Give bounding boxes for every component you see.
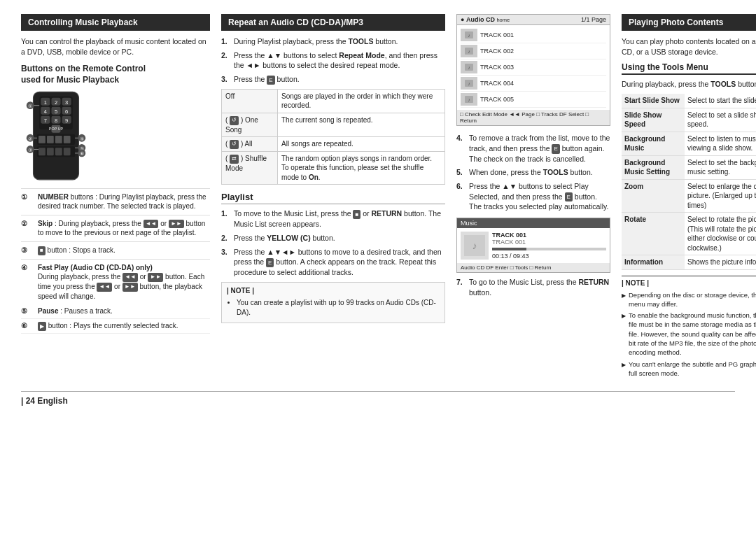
audio-cd-screen: ● Audio CD home 1/1 Page ♪ TRACK 001 ♪ [456,14,610,126]
svg-text:②: ② [28,136,32,141]
repeat-row-off: Off Songs are played in the order in whi… [222,89,445,113]
tools-row-bg-music: Background Music Select to listen to mus… [622,132,756,155]
tools-table: Start Slide Show Select to start the sli… [622,94,756,270]
page-number: | 24 English [21,396,68,406]
acd-row-3: ♪ TRACK 003 [461,59,606,76]
svg-text:⑥: ⑥ [80,151,84,156]
col1-intro: You can control the playback of music co… [21,36,210,57]
music-icon-1: ♪ [461,29,477,41]
col2-section-label: Repeat an Audio CD (CD-DA)/MP3 [228,17,363,27]
svg-text:♪: ♪ [468,97,470,102]
svg-text:2: 2 [55,99,57,105]
col4-section-header: Playing Photo Contents [622,14,756,31]
col3-step-5: 5. When done, press the TOOLS button. [456,167,610,178]
svg-text:①: ① [28,103,32,108]
playlist-step-2: 2. Press the YELLOW (C) button. [221,233,445,243]
remote-image: 1 2 3 4 5 6 7 8 9 POP UP [21,90,91,181]
svg-text:3: 3 [65,99,68,105]
section-header-music: Controlling Music Playback [21,14,210,31]
music-icon-3: ♪ [461,61,477,73]
column-3: ● Audio CD home 1/1 Page ♪ TRACK 001 ♪ [456,14,610,380]
column-1: Controlling Music Playback You can contr… [21,14,210,380]
tools-row-zoom: Zoom Select to enlarge the current pictu… [622,179,756,213]
repeat-steps-list: 1. During Playlist playback, press the T… [221,36,445,85]
svg-text:♪: ♪ [468,81,470,86]
buttons-heading: Buttons on the Remote Control used for M… [21,64,210,85]
svg-rect-24 [47,136,54,143]
col3-step-4: 4. To remove a track from the list, move… [456,133,610,164]
col2-note-item-1: You can create a playlist with up to 99 … [237,298,440,318]
track-name-2: TRACK 001 [492,239,606,246]
col3-step-6: 6. Press the ▲▼ buttons to select Play S… [456,181,610,212]
col4-intro: You can play photo contents located on a… [622,36,756,57]
section-header-music-label: Controlling Music Playback [28,17,138,27]
acd-row-2: ♪ TRACK 002 [461,43,606,59]
tools-row-information: Information Shows the picture informatio… [622,255,756,270]
music-screen-info: TRACK 001 TRACK 001 00:13 / 09:43 [492,232,606,260]
col3-step-7: 7. To go to the Music List, press the RE… [456,277,610,297]
info-item-6: ⑥ ▶ button : Plays the currently selecte… [21,319,210,334]
col2-note-box: | NOTE | You can create a playlist with … [221,282,445,323]
music-screen-body: ♪ TRACK 001 TRACK 001 00:13 / 09:43 [457,228,610,263]
col4-note-item-3: You can't enlarge the subtitle and PG gr… [622,360,756,378]
music-icon-5: ♪ [461,93,477,106]
col2-note-header: | NOTE | [227,286,440,296]
acd-row-4: ♪ TRACK 004 [461,76,606,92]
remote-area: 1 2 3 4 5 6 7 8 9 POP UP [21,90,210,181]
svg-text:5: 5 [55,108,57,114]
svg-text:6: 6 [65,108,68,114]
svg-text:9: 9 [65,117,68,123]
repeat-row-one-song: ( ↺ ) One Song The current song is repea… [222,113,445,136]
info-item-1: ① NUMBER buttons : During Playlist playb… [21,188,210,215]
svg-text:4: 4 [44,108,47,114]
svg-rect-25 [55,136,62,143]
main-grid: Controlling Music Playback You can contr… [21,14,735,380]
repeat-step-2: 2. Press the ▲▼ buttons to select Repeat… [221,50,445,71]
info-item-3: ③ ■ button : Stops a track. [21,241,210,259]
progress-bar [492,248,606,250]
svg-rect-26 [64,136,71,143]
svg-text:1: 1 [44,99,47,105]
svg-rect-31 [64,148,71,155]
music-screen: Music ♪ TRACK 001 TRACK 001 [456,218,610,273]
acd-topbar: ● Audio CD home 1/1 Page [457,15,610,25]
tools-row-start-slide-show: Start Slide Show Select to start the sli… [622,94,756,108]
tools-row-rotate: Rotate Select to rotate the picture. (Th… [622,213,756,255]
tools-row-slide-show-speed: Slide Show Speed Select to set a slide s… [622,108,756,132]
column-2: Repeat an Audio CD (CD-DA)/MP3 1. During… [221,14,445,380]
svg-text:♪: ♪ [472,240,477,251]
info-item-4: ④ Fast Play (Audio CD (CD-DA) only) Duri… [21,259,210,305]
col4-note-header: | NOTE | [622,276,756,288]
svg-text:♪: ♪ [468,49,470,54]
svg-rect-30 [55,148,62,155]
music-screen-header: Music [457,218,610,228]
col4-note-list: Depending on the disc or storage device,… [622,290,756,378]
svg-text:8: 8 [55,117,57,123]
acd-bottom-bar: □ Check Edit Mode ◄◄ Page □ Tracks DF Se… [457,110,610,125]
repeat-step-1: 1. During Playlist playback, press the T… [221,36,445,47]
svg-rect-29 [47,148,54,155]
tools-intro: During playback, press the TOOLS button. [622,79,756,90]
progress-fill [492,248,526,250]
svg-text:♪: ♪ [468,33,470,38]
playlist-step-1: 1. To move to the Music List, press the … [221,208,445,229]
page-container: Controlling Music Playback You can contr… [0,0,756,552]
music-icon-2: ♪ [461,45,477,57]
svg-rect-23 [38,136,46,143]
acd-row-1: ♪ TRACK 001 [461,27,606,43]
svg-text:POP UP: POP UP [49,127,64,131]
repeat-row-all: ( ↺ ) All All songs are repeated. [222,137,445,152]
svg-text:③: ③ [28,147,32,152]
col4-note-item-2: To enable the background music function,… [622,311,756,357]
music-icon-4: ♪ [461,77,477,90]
column-4: Playing Photo Contents You can play phot… [622,14,756,380]
repeat-step-3: 3. Press the E button. [221,74,445,85]
svg-text:7: 7 [44,117,47,123]
info-item-5: ⑤ Pause : Pauses a track. [21,304,210,319]
album-art: ♪ [461,232,489,260]
col4-note: | NOTE | Depending on the disc or storag… [622,276,756,378]
playlist-header: Playlist [221,192,445,204]
info-item-2: ② Skip : During playback, press the ◄◄ o… [21,215,210,241]
time-display: 00:13 / 09:43 [492,253,606,260]
music-screen-bottom: Audio CD DF Enter □ Tools □ Return [457,263,610,272]
